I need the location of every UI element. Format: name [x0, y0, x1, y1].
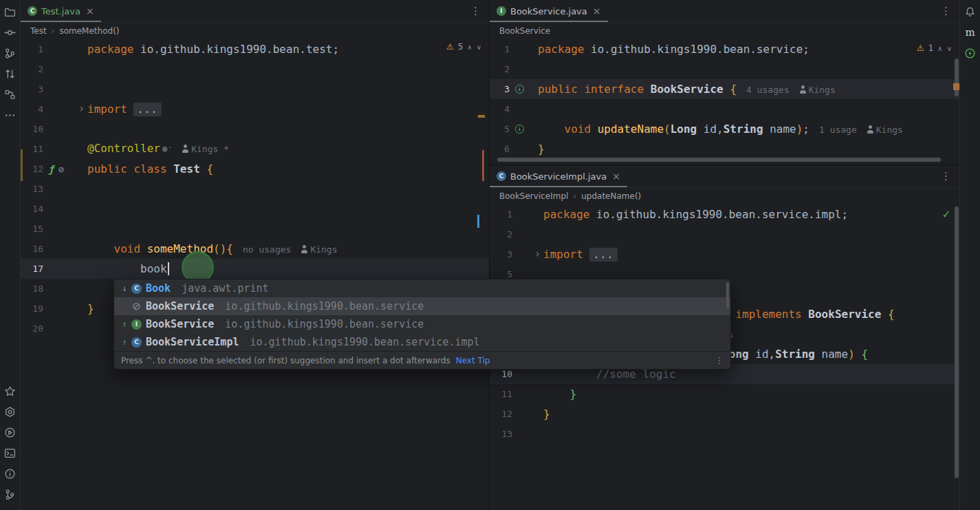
line-number[interactable]: 17 [21, 259, 43, 279]
git-branch-icon[interactable] [1, 484, 20, 504]
terminal-icon[interactable] [1, 443, 20, 463]
code-line[interactable]: 13 [21, 179, 489, 199]
code-line[interactable]: 16 void someMethod(){no usagesKings [21, 239, 489, 259]
line-number[interactable]: 20 [21, 319, 43, 339]
popup-scrollbar[interactable] [726, 282, 729, 308]
code-line[interactable]: 5↓ void updateName(Long id,String name);… [490, 119, 959, 139]
breadcrumb-item[interactable]: someMethod() [59, 26, 119, 36]
bookmarks-icon[interactable] [1, 381, 20, 401]
line-number[interactable]: 19 [21, 299, 43, 319]
code-line[interactable]: 17 book [21, 259, 489, 279]
fastrequest-icon[interactable] [961, 43, 980, 63]
completion-item[interactable]: ↓CBookjava.awt.print [114, 279, 730, 297]
vertical-scrollbar[interactable] [955, 206, 959, 478]
problems-icon[interactable] [1, 463, 20, 484]
line-number[interactable]: 1 [490, 39, 510, 59]
code-line[interactable]: 2 [21, 59, 489, 79]
code-line[interactable]: 3›import ... [490, 244, 959, 264]
scrollbar-warning-mark[interactable] [478, 115, 485, 118]
notifications-icon[interactable] [961, 1, 980, 22]
line-number[interactable]: 15 [21, 219, 43, 239]
code-text[interactable]: } [543, 404, 959, 424]
code-text[interactable]: void someMethod(){no usagesKings [87, 239, 489, 259]
close-icon[interactable]: × [612, 171, 620, 181]
code-line[interactable]: 12ƒ⊘public class Test { [21, 159, 489, 179]
code-area[interactable]: 1package io.github.kings1990.bean.servic… [490, 39, 959, 159]
vertical-scrollbar[interactable] [955, 59, 959, 96]
code-line[interactable]: 2 [490, 59, 959, 79]
inspections-widget[interactable]: ⚠ 1 ∧ ∨ [913, 42, 956, 54]
code-line[interactable]: 1package io.github.kings1990.bean.servic… [490, 204, 959, 224]
breadcrumb-item[interactable]: updateName() [581, 191, 641, 201]
code-line[interactable]: 2 [490, 224, 959, 244]
next-problem-icon[interactable]: ∨ [477, 43, 481, 51]
fold-arrow-icon[interactable]: › [534, 244, 541, 264]
completion-item[interactable]: ⊘BookServiceio.github.kings1990.bean.ser… [114, 297, 730, 315]
code-line[interactable]: 13 [490, 424, 959, 444]
horizontal-scrollbar[interactable] [497, 158, 941, 162]
next-problem-icon[interactable]: ∨ [947, 45, 952, 52]
code-line[interactable]: 11@Controller⊕ˇKings * [21, 139, 489, 159]
line-number[interactable]: 13 [490, 424, 512, 444]
code-line[interactable]: 12} [490, 404, 959, 424]
code-text[interactable]: book [87, 259, 489, 279]
implemented-gutter-icon[interactable]: ↓ [515, 125, 524, 134]
line-number[interactable]: 10 [21, 119, 43, 139]
line-number[interactable]: 2 [490, 224, 512, 244]
code-line[interactable]: 4›import ... [21, 99, 489, 119]
structure-icon[interactable] [1, 84, 20, 105]
code-text[interactable]: package io.github.kings1990.bean.service… [543, 204, 959, 224]
project-icon[interactable] [1, 1, 20, 22]
inspections-ok-icon[interactable]: ✓ [942, 208, 951, 221]
scrollbar-caret-mark[interactable] [477, 215, 479, 228]
line-number[interactable]: 4 [490, 99, 510, 119]
line-number[interactable]: 3 [490, 244, 512, 264]
code-text[interactable]: import ... [87, 99, 489, 119]
scrollbar-change-mark[interactable] [482, 150, 484, 181]
line-number[interactable]: 18 [21, 279, 43, 299]
prev-problem-icon[interactable]: ∧ [937, 45, 942, 52]
services-icon[interactable] [1, 422, 20, 443]
code-line[interactable]: 11 } [490, 384, 959, 404]
pull-requests-icon[interactable] [1, 63, 20, 84]
tab-options-icon[interactable]: ⋮ [941, 5, 951, 17]
code-line[interactable]: 15 [21, 219, 489, 239]
tab-options-icon[interactable]: ⋮ [470, 5, 481, 17]
line-number[interactable]: 4 [21, 99, 43, 119]
no-bean-gutter-icon[interactable]: ⊘ [58, 164, 63, 174]
code-text[interactable]: package io.github.kings1990.bean.test; [87, 39, 489, 59]
code-line[interactable]: 3 [21, 79, 489, 99]
code-line[interactable]: 3↓public interface BookService {4 usages… [490, 79, 959, 99]
line-number[interactable]: 14 [21, 199, 43, 219]
line-number[interactable]: 5 [490, 119, 510, 139]
fold-arrow-icon[interactable]: › [78, 99, 85, 119]
line-number[interactable]: 2 [21, 59, 43, 79]
tab-options-icon[interactable]: ⋮ [941, 170, 951, 182]
tab-bookserviceimpl-java[interactable]: C BookServiceImpl.java × [490, 165, 627, 187]
code-line[interactable]: 14 [21, 199, 489, 219]
code-line[interactable]: 6} [490, 139, 959, 159]
fastrequest-gutter-icon[interactable]: ƒ [49, 164, 54, 174]
line-number[interactable]: 1 [21, 39, 43, 59]
breadcrumb-item[interactable]: Test [30, 26, 47, 36]
code-text[interactable]: import ... [543, 244, 959, 264]
breadcrumb-item[interactable]: BookServiceImpl [499, 191, 568, 201]
line-number[interactable]: 2 [490, 59, 510, 79]
line-number[interactable]: 1 [490, 204, 512, 224]
line-number[interactable]: 16 [21, 239, 43, 259]
code-text[interactable]: package io.github.kings1990.bean.service… [538, 39, 959, 59]
more-icon[interactable] [1, 105, 20, 125]
close-icon[interactable]: × [593, 6, 601, 16]
prev-problem-icon[interactable]: ∧ [467, 43, 472, 51]
line-number[interactable]: 11 [21, 139, 43, 159]
line-number[interactable]: 13 [21, 179, 43, 199]
line-number[interactable]: 6 [490, 139, 510, 159]
line-number[interactable]: 3 [490, 79, 510, 99]
scrollbar-warning-mark[interactable] [953, 83, 959, 90]
code-text[interactable]: public interface BookService {4 usagesKi… [538, 79, 959, 100]
code-line[interactable]: 4 [490, 99, 959, 119]
commit-icon[interactable] [1, 22, 20, 43]
line-number[interactable]: 12 [21, 159, 43, 179]
code-text[interactable]: @Controller⊕ˇKings * [87, 138, 489, 160]
code-text[interactable]: } [538, 139, 959, 159]
